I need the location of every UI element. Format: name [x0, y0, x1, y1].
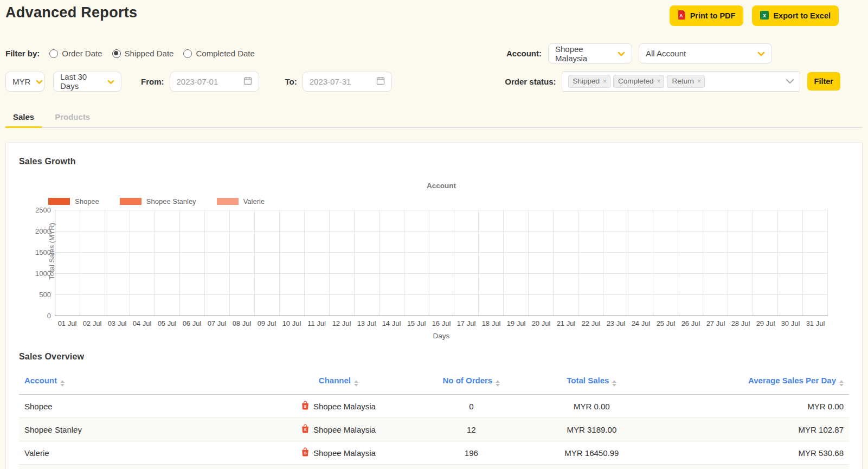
radio-label: Order Date [62, 49, 102, 58]
total-sales-cell: MYR 16450.99 [533, 441, 650, 465]
chart-day-column [603, 210, 628, 316]
radio-order-date[interactable]: Order Date [49, 49, 102, 58]
radio-circle-icon[interactable] [49, 49, 58, 58]
advanced-reports-page: Advanced Reports A Print to PDF x Export… [0, 0, 868, 469]
chevron-down-icon [618, 49, 625, 58]
chart-day-column [554, 210, 578, 316]
order-status-tag[interactable]: Completed× [613, 75, 664, 88]
export-to-excel-button[interactable]: x Export to Excel [752, 5, 839, 26]
x-tick-label: 30 Jul [778, 319, 803, 327]
chevron-down-icon [36, 77, 43, 86]
y-tick-label: 500 [39, 291, 51, 299]
x-tick-label: 11 Jul [304, 319, 329, 327]
x-tick-label: 17 Jul [454, 319, 479, 327]
order-status-group: Order status: Shipped×Completed×Return× … [505, 71, 840, 92]
sort-icon[interactable] [354, 380, 358, 387]
sales-overview-table: AccountChannelNo of OrdersTotal SalesAve… [19, 369, 849, 469]
x-tick-label: 03 Jul [105, 319, 130, 327]
x-tick-label: 21 Jul [554, 319, 578, 327]
column-header-channel[interactable]: Channel [268, 369, 409, 395]
sort-icon[interactable] [839, 380, 844, 387]
avg-sales-cell: MYR 102.87 [650, 418, 849, 441]
chart-day-column [330, 210, 355, 316]
chevron-down-icon [107, 77, 114, 86]
tag-label: Completed [618, 77, 653, 85]
calendar-icon[interactable] [243, 76, 252, 87]
total-sales-cell: MYR 19639.99 [533, 465, 650, 469]
tab-products[interactable]: Products [47, 108, 98, 127]
legend-item: Valerie [217, 197, 265, 205]
currency-value: MYR [12, 77, 30, 86]
x-tick-label: 08 Jul [229, 319, 254, 327]
order-status-tag[interactable]: Shipped× [568, 75, 611, 88]
to-date-input[interactable]: 2023-07-31 [303, 72, 392, 92]
date-range-select[interactable]: Last 30 Days [53, 72, 121, 92]
order-status-multiselect[interactable]: Shipped×Completed×Return× [562, 71, 800, 92]
chart-day-column [728, 210, 753, 316]
pdf-icon: A [678, 10, 686, 21]
channel-label: Shopee Malaysia [313, 448, 376, 458]
svg-text:S: S [304, 451, 306, 455]
from-label: From: [141, 77, 164, 86]
x-tick-label: 14 Jul [379, 319, 404, 327]
column-header-total-sales[interactable]: Total Sales [533, 369, 650, 395]
x-tick-label: 06 Jul [179, 319, 204, 327]
orders-cell: 196 [409, 441, 534, 465]
chart-day-column [105, 210, 130, 316]
total-label-cell: Total : [268, 465, 409, 469]
chart-day-column [753, 210, 778, 316]
column-header-average-sales-per-day[interactable]: Average Sales Per Day [650, 369, 849, 395]
account-label: Account: [506, 49, 542, 58]
column-header-account[interactable]: Account [19, 369, 268, 395]
sort-icon[interactable] [60, 380, 65, 387]
filter-button[interactable]: Filter [807, 72, 840, 91]
radio-shipped-date[interactable]: Shipped Date [112, 49, 174, 58]
from-date-value: 2023-07-01 [177, 77, 243, 86]
legend-swatch [217, 198, 239, 205]
account-channel-select[interactable]: Shopee Malaysia [548, 43, 632, 63]
chart-day-column [230, 210, 255, 316]
radio-circle-icon[interactable] [112, 49, 121, 58]
chart-day-column [578, 210, 603, 316]
remove-tag-icon[interactable]: × [657, 78, 660, 85]
x-tick-label: 25 Jul [653, 319, 678, 327]
sales-growth-chart: Account ShopeeShopee StanleyValerie Tota… [19, 182, 849, 340]
remove-tag-icon[interactable]: × [697, 78, 701, 85]
print-to-pdf-button[interactable]: A Print to PDF [670, 5, 744, 26]
order-status-tag[interactable]: Return× [667, 75, 705, 88]
tag-label: Shipped [573, 77, 600, 85]
channel-content: SShopee Malaysia [273, 424, 403, 435]
radio-completed-date[interactable]: Completed Date [183, 49, 254, 58]
radio-circle-icon[interactable] [183, 49, 192, 58]
account-cell: Shopee [19, 395, 268, 418]
column-header-no-of-orders[interactable]: No of Orders [409, 369, 534, 395]
chart-day-column [380, 210, 404, 316]
account-cell: Valerie [19, 441, 268, 465]
tab-sales[interactable]: Sales [5, 108, 42, 127]
currency-select[interactable]: MYR [5, 72, 44, 92]
x-tick-label: 13 Jul [354, 319, 379, 327]
calendar-icon[interactable] [376, 76, 385, 87]
account-all-value: All Account [646, 49, 752, 58]
from-date-input[interactable]: 2023-07-01 [170, 72, 259, 92]
chart-day-column [205, 210, 230, 316]
total-sales-cell: MYR 0.00 [533, 395, 650, 418]
chart-day-column [803, 210, 828, 316]
remove-tag-icon[interactable]: × [603, 78, 607, 85]
print-to-pdf-label: Print to PDF [690, 11, 736, 20]
chart-plot-wrap: Total Sales (MYR) 05001000150020002500 [55, 210, 828, 316]
chart-day-column [628, 210, 653, 316]
sort-icon[interactable] [496, 380, 500, 387]
chart-day-column [429, 210, 454, 316]
chart-day-column [155, 210, 180, 316]
chart-plot: 05001000150020002500 [55, 210, 828, 316]
chart-day-column [355, 210, 380, 316]
radio-label: Shipped Date [125, 49, 174, 58]
y-tick-label: 1000 [35, 269, 51, 278]
channel-cell: SShopee Malaysia [268, 395, 409, 418]
account-all-select[interactable]: All Account [639, 43, 772, 63]
header-actions: A Print to PDF x Export to Excel [670, 5, 839, 26]
sort-icon[interactable] [612, 380, 616, 387]
account-channel-value: Shopee Malaysia [555, 44, 612, 63]
table-total-row: Total :208MYR 19639.99MYR 633.55 [19, 465, 849, 469]
